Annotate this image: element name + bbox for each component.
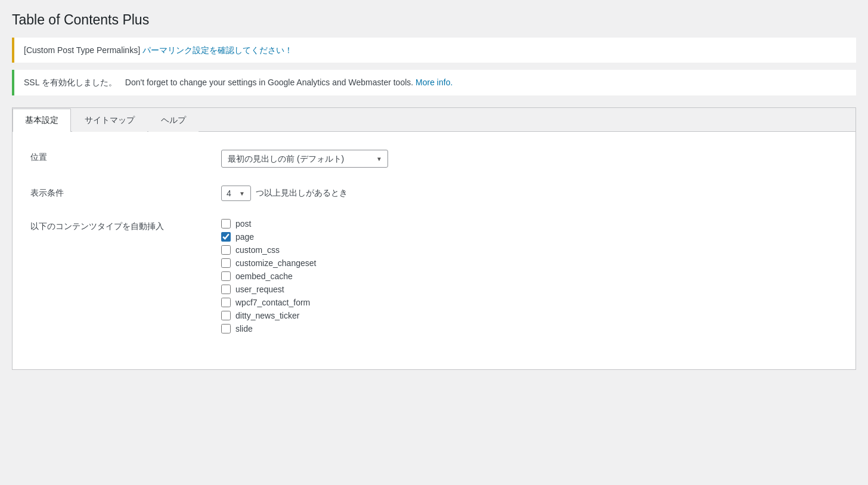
count-select-wrapper: 1 2 3 4 5 6 7 8 9 10 ▼ (221, 186, 251, 201)
label-user-request[interactable]: user_request (235, 285, 284, 294)
checkbox-item-wpcf7: wpcf7_contact_form (221, 298, 838, 307)
checkbox-list: post page custom_css customize_c (221, 219, 838, 333)
tabs-container: 基本設定 サイトマップ ヘルプ 位置 最初の見出しの前 (デフォルト) 最初の見… (12, 107, 856, 370)
notice-yellow-link[interactable]: パーマリンク設定を確認してください！ (142, 45, 293, 55)
checkbox-ditty[interactable] (221, 311, 231, 320)
position-row: 位置 最初の見出しの前 (デフォルト) 最初の見出しの後 コンテンツの先頭 コン… (30, 150, 838, 168)
checkbox-custom-css[interactable] (221, 245, 231, 255)
auto-insert-row: 以下のコンテンツタイプを自動挿入 post page (30, 219, 838, 333)
checkbox-page[interactable] (221, 232, 231, 242)
notice-yellow-prefix: [Custom Post Type Permalinks] (24, 45, 140, 55)
label-page[interactable]: page (235, 232, 254, 242)
count-select[interactable]: 1 2 3 4 5 6 7 8 9 10 (221, 186, 251, 201)
checkbox-item-oembed-cache: oembed_cache (221, 271, 838, 281)
notice-green-link[interactable]: More info. (416, 78, 452, 87)
tabs-nav: 基本設定 サイトマップ ヘルプ (13, 108, 855, 132)
position-select[interactable]: 最初の見出しの前 (デフォルト) 最初の見出しの後 コンテンツの先頭 コンテンツ… (221, 150, 388, 168)
auto-insert-label: 以下のコンテンツタイプを自動挿入 (30, 219, 221, 232)
notice-green: SSL を有効化しました。 Don't forget to change you… (12, 70, 856, 95)
checkbox-item-custom-css: custom_css (221, 245, 838, 255)
show-when-row: 表示条件 1 2 3 4 5 6 7 8 (30, 186, 838, 201)
position-label: 位置 (30, 150, 221, 163)
notice-green-message: SSL を有効化しました。 Don't forget to change you… (24, 78, 413, 87)
checkbox-wpcf7[interactable] (221, 298, 231, 307)
label-customize-changeset[interactable]: customize_changeset (235, 258, 316, 268)
position-select-wrapper: 最初の見出しの前 (デフォルト) 最初の見出しの後 コンテンツの先頭 コンテンツ… (221, 150, 388, 168)
checkbox-item-slide: slide (221, 324, 838, 333)
show-when-inline: 1 2 3 4 5 6 7 8 9 10 ▼ (221, 186, 838, 201)
tab-help[interactable]: ヘルプ (148, 109, 199, 132)
show-when-control: 1 2 3 4 5 6 7 8 9 10 ▼ (221, 186, 838, 201)
checkbox-post[interactable] (221, 219, 231, 228)
checkbox-user-request[interactable] (221, 285, 231, 294)
label-slide[interactable]: slide (235, 324, 253, 333)
label-oembed-cache[interactable]: oembed_cache (235, 271, 293, 281)
checkbox-item-customize-changeset: customize_changeset (221, 258, 838, 268)
show-when-label: 表示条件 (30, 186, 221, 199)
notice-yellow: [Custom Post Type Permalinks] パーマリンク設定を確… (12, 38, 856, 63)
auto-insert-control: post page custom_css customize_c (221, 219, 838, 333)
page-title: Table of Contents Plus (12, 12, 856, 28)
tab-content-basic: 位置 最初の見出しの前 (デフォルト) 最初の見出しの後 コンテンツの先頭 コン… (13, 132, 855, 369)
checkbox-slide[interactable] (221, 324, 231, 333)
tab-basic[interactable]: 基本設定 (13, 109, 71, 132)
label-custom-css[interactable]: custom_css (235, 245, 280, 255)
label-wpcf7[interactable]: wpcf7_contact_form (235, 298, 310, 307)
position-control: 最初の見出しの前 (デフォルト) 最初の見出しの後 コンテンツの先頭 コンテンツ… (221, 150, 838, 168)
tab-sitemap[interactable]: サイトマップ (72, 109, 147, 132)
checkbox-item-user-request: user_request (221, 285, 838, 294)
checkbox-item-page: page (221, 232, 838, 242)
checkbox-item-post: post (221, 219, 838, 228)
checkbox-item-ditty: ditty_news_ticker (221, 311, 838, 320)
checkbox-oembed-cache[interactable] (221, 271, 231, 281)
show-when-suffix: つ以上見出しがあるとき (256, 188, 348, 199)
label-post[interactable]: post (235, 219, 251, 228)
label-ditty[interactable]: ditty_news_ticker (235, 311, 299, 320)
checkbox-customize-changeset[interactable] (221, 258, 231, 268)
